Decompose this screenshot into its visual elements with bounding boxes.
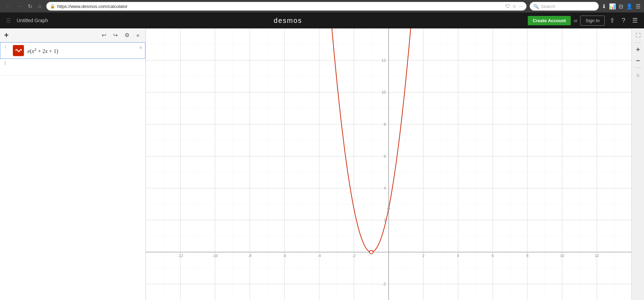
downloads-icon[interactable]: ⬇ [602, 3, 606, 10]
expression-color-icon-1[interactable] [13, 45, 24, 56]
header-right: Create Account or Sign In ⇪ ? ☰ [528, 15, 640, 26]
graph-controls: ⛶ + − ⌂ [632, 28, 644, 300]
settings-button[interactable]: ☰ [630, 15, 640, 26]
undo-button[interactable]: ↩ [100, 31, 108, 39]
graph-home-button[interactable]: ⌂ [633, 70, 643, 80]
svg-point-69 [387, 207, 390, 210]
or-text: or [574, 18, 578, 23]
more-icon: ··· [519, 3, 523, 9]
svg-text:6: 6 [384, 154, 386, 158]
add-expression-button[interactable]: + [4, 32, 9, 39]
panel-settings-button[interactable]: ⚙ [123, 31, 131, 39]
svg-text:4: 4 [457, 254, 459, 258]
expression-number-1: 1 [0, 43, 11, 49]
app-header: ☰ Untitled Graph desmos Create Account o… [0, 12, 644, 28]
svg-text:10: 10 [560, 254, 564, 258]
star-icon: ☆ [512, 3, 517, 9]
browser-menu-icon[interactable]: ☰ [636, 3, 641, 10]
desmos-logo: desmos [274, 17, 302, 25]
forward-button[interactable]: → [15, 2, 24, 11]
expression-item-1[interactable]: 1 e(x2 + 2x + 1) × [0, 42, 145, 59]
svg-text:-10: -10 [212, 254, 218, 258]
svg-text:-8: -8 [248, 254, 252, 258]
collapse-panel-button[interactable]: « [135, 31, 141, 39]
nav-buttons: ← → ↻ ⌂ [3, 2, 43, 11]
expression-input-1[interactable]: e(x2 + 2x + 1) [26, 44, 136, 57]
help-button[interactable]: ? [620, 16, 627, 26]
home-button[interactable]: ⌂ [36, 2, 43, 11]
reload-button[interactable]: ↻ [26, 2, 34, 11]
svg-text:-2: -2 [382, 282, 386, 286]
search-label: Search [541, 4, 555, 9]
share-button[interactable]: ⇪ [608, 15, 617, 26]
address-bar[interactable]: 🔒 https://www.desmos.com/calculator 🛡 ☆ … [46, 2, 527, 11]
lock-icon: 🔒 [50, 4, 55, 9]
svg-text:-12: -12 [178, 254, 183, 258]
svg-point-68 [370, 250, 373, 254]
toolbar-right: ↩ ↪ ⚙ « [100, 31, 141, 39]
svg-text:-6: -6 [283, 254, 286, 258]
expression-panel: + ↩ ↪ ⚙ « 1 e(x2 + 2x + 1) [0, 28, 146, 300]
browser-titlebar: ← → ↻ ⌂ 🔒 https://www.desmos.com/calcula… [0, 0, 644, 12]
graph-area[interactable]: -12-10-8-6-4-224681012-224681012 [146, 28, 632, 300]
app-title: Untitled Graph [17, 18, 48, 23]
svg-text:-4: -4 [317, 254, 321, 258]
expression-wave-icon [15, 47, 22, 54]
address-icons: 🛡 ☆ ··· [505, 3, 523, 9]
svg-text:12: 12 [382, 58, 386, 62]
svg-text:2: 2 [422, 254, 424, 258]
browser-right-icons: ⬇ 📊 ⊟ 👤 ☰ [602, 3, 641, 10]
split-view-icon[interactable]: ⊟ [619, 3, 623, 10]
svg-text:8: 8 [384, 122, 386, 126]
svg-text:8: 8 [526, 254, 528, 258]
browser-chrome: ← → ↻ ⌂ 🔒 https://www.desmos.com/calcula… [0, 0, 644, 12]
header-left: ☰ Untitled Graph [4, 16, 48, 25]
svg-text:12: 12 [595, 254, 599, 258]
graph-svg: -12-10-8-6-4-224681012-224681012 [146, 28, 632, 300]
expression-number-2: 2 [0, 59, 10, 65]
search-magnifier-icon: 🔍 [533, 4, 539, 9]
expression-close-button-1[interactable]: × [136, 43, 145, 52]
separator-2 [635, 68, 642, 68]
svg-text:4: 4 [384, 186, 386, 190]
svg-text:10: 10 [382, 90, 386, 94]
sign-in-button[interactable]: Sign In [580, 16, 604, 26]
bookmark-shield-icon: 🛡 [505, 3, 510, 9]
url-text: https://www.desmos.com/calculator [57, 4, 503, 9]
toolbar-left: + [4, 32, 9, 39]
zoom-out-button[interactable]: − [633, 56, 643, 65]
profile-icon[interactable]: 👤 [626, 3, 633, 10]
zoom-in-button[interactable]: + [633, 45, 643, 54]
expression-formula-text: e(x2 + 2x + 1) [27, 48, 58, 54]
graph-fullscreen-button[interactable]: ⛶ [633, 30, 643, 40]
expression-item-2[interactable]: 2 [0, 59, 145, 76]
back-button[interactable]: ← [3, 2, 13, 11]
calculator-layout: + ↩ ↪ ⚙ « 1 e(x2 + 2x + 1) [0, 28, 644, 300]
expression-list: 1 e(x2 + 2x + 1) × 2 [0, 42, 145, 300]
svg-text:-2: -2 [352, 254, 356, 258]
create-account-button[interactable]: Create Account [528, 16, 571, 25]
extensions-icon[interactable]: 📊 [609, 3, 616, 10]
browser-search-bar[interactable]: 🔍 Search [529, 2, 599, 11]
panel-toolbar: + ↩ ↪ ⚙ « [0, 28, 145, 42]
svg-text:6: 6 [492, 254, 494, 258]
separator-1 [635, 42, 642, 43]
hamburger-menu[interactable]: ☰ [4, 16, 12, 25]
redo-button[interactable]: ↪ [111, 31, 119, 39]
